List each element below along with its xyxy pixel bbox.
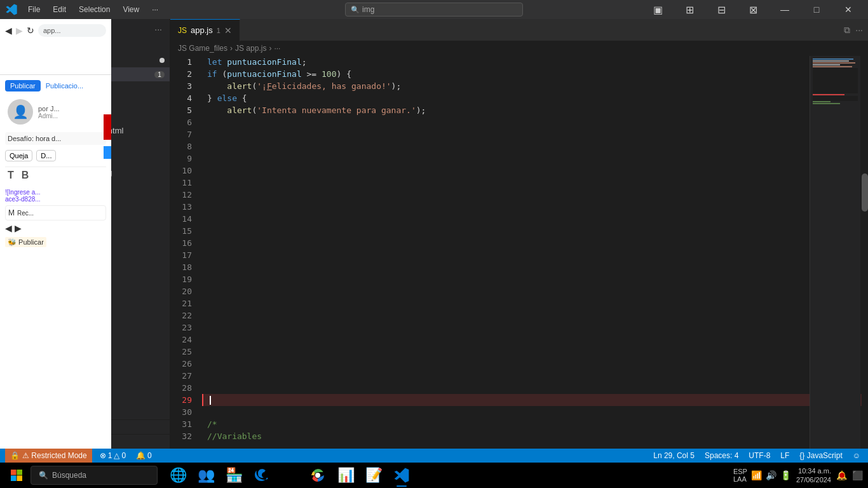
line-numbers: 1 2 3 4 5 6 7 8 9 10 11 12 13 14 <box>170 56 202 449</box>
menu-file[interactable]: File <box>23 4 45 15</box>
customize-layout-button[interactable]: ⊠ <box>738 0 768 19</box>
line-num-14: 14 <box>170 213 202 225</box>
ingrese-link[interactable]: ![Ingrese a...ace3-d828... <box>5 189 106 203</box>
recibidos-text: Rec... <box>17 210 34 217</box>
vertical-scrollbar[interactable] <box>862 56 868 449</box>
taskbar-app-mail[interactable]: ✉ <box>277 463 302 488</box>
position-status[interactable]: Ln 29, Col 5 <box>651 451 697 460</box>
language-label: {} JavaScript <box>799 451 842 460</box>
pub-badge: 🐝 Publicar <box>5 237 46 247</box>
spaces-label: Spaces: 4 <box>705 451 738 460</box>
menu-selection[interactable]: Selection <box>74 4 115 15</box>
encoding-status[interactable]: UTF-8 <box>746 451 773 460</box>
menu-view[interactable]: View <box>118 4 144 15</box>
line-num-28: 28 <box>170 382 202 394</box>
user-role: Admi... <box>38 112 60 119</box>
chrome-forward-button[interactable]: ▶ <box>16 25 23 36</box>
split-editor-button[interactable]: ⧉ <box>844 25 850 36</box>
close-button[interactable]: ✕ <box>834 0 863 19</box>
publicaciones-link[interactable]: Publicacio... <box>43 80 86 92</box>
notifications-status[interactable]: 🔔 0 <box>133 451 154 460</box>
queja-button[interactable]: Queja <box>5 150 32 161</box>
chrome-back-button[interactable]: ◀ <box>5 25 12 36</box>
tab-close-button[interactable]: ✕ <box>224 25 232 36</box>
spaces-status[interactable]: Spaces: 4 <box>702 451 741 460</box>
breadcrumb-more[interactable]: ··· <box>274 44 280 53</box>
line-ending-status[interactable]: LF <box>778 451 792 460</box>
wifi-icon[interactable]: 📶 <box>751 470 762 480</box>
breadcrumb-sep2: › <box>269 44 271 53</box>
user-profile: 👤 por J... Admi... <box>5 97 106 127</box>
taskbar-app-vscode[interactable] <box>389 463 414 488</box>
menu-more[interactable]: ··· <box>147 4 163 15</box>
code-line-11 <box>202 177 868 189</box>
error-icon: ⊗ <box>100 451 106 460</box>
code-line-12 <box>202 189 868 201</box>
code-line-15 <box>202 225 868 237</box>
toggle-panel-button[interactable]: ⊟ <box>707 0 736 19</box>
code-line-13 <box>202 201 868 213</box>
breadcrumb-folder[interactable]: JS Game_files <box>178 44 227 53</box>
code-line-21 <box>202 297 868 309</box>
minimap-line <box>813 64 840 65</box>
volume-icon[interactable]: 🔊 <box>766 470 776 480</box>
code-line-26 <box>202 358 868 370</box>
notifications-icon[interactable]: 🔔 <box>836 470 847 480</box>
chrome-refresh-button[interactable]: ↻ <box>27 25 34 36</box>
tab-app-js[interactable]: JS app.js 1 ✕ <box>170 19 240 41</box>
taskbar-app-store[interactable]: 🏪 <box>221 463 247 488</box>
battery-icon[interactable]: 🔋 <box>780 470 791 480</box>
file-badge: 1 <box>154 71 165 78</box>
taskbar-app-browser1[interactable]: 🌐 <box>165 463 191 488</box>
windows-start-button[interactable] <box>5 464 28 487</box>
modified-dot <box>159 58 165 63</box>
breadcrumb-file[interactable]: JS app.js <box>235 44 266 53</box>
taskbar-search[interactable]: 🔍 Búsqueda <box>31 466 158 485</box>
text-format-t[interactable]: T <box>8 170 14 181</box>
taskbar-app-excel[interactable]: 📊 <box>333 463 358 488</box>
editor-scroll-container: 1 2 3 4 5 6 7 8 9 10 11 12 13 14 <box>170 56 868 449</box>
taskbar-clock[interactable]: 10:34 a.m. 27/06/2024 <box>796 466 831 485</box>
d-button[interactable]: D... <box>36 150 56 161</box>
publicar-button[interactable]: Publicar <box>5 80 41 92</box>
title-bar-menu: File Edit Selection View ··· <box>23 4 163 15</box>
language-status[interactable]: {} JavaScript <box>797 451 844 460</box>
chrome-address-bar[interactable]: app... <box>38 24 106 37</box>
widgets-button[interactable]: ⬛ <box>852 470 863 480</box>
feedback-status[interactable]: ☺ <box>850 451 863 460</box>
taskbar-app-chrome[interactable] <box>305 463 330 488</box>
scrollbar-thumb[interactable] <box>862 173 868 212</box>
minimize-button[interactable]: — <box>770 0 799 19</box>
forward-arrow[interactable]: ▶ <box>15 223 22 233</box>
code-content[interactable]: let puntuacionFinal; if (puntuacionFinal… <box>202 56 868 449</box>
toggle-sidebar-button[interactable]: ▣ <box>643 0 672 19</box>
line-num-27: 27 <box>170 370 202 382</box>
taskbar-app-teams[interactable]: 👥 <box>193 463 219 488</box>
menu-edit[interactable]: Edit <box>48 4 71 15</box>
title-bar-search[interactable]: 🔍 img <box>345 3 523 17</box>
more-actions-button[interactable]: ··· <box>855 25 863 36</box>
keyboard-lang[interactable]: ESPLAA <box>733 468 747 483</box>
text-format-b[interactable]: B <box>22 170 29 181</box>
code-line-3: alert('¡Felicidades, has ganado!'); <box>202 80 868 92</box>
taskbar-app-notepad[interactable]: 📝 <box>361 463 386 488</box>
maximize-button[interactable]: □ <box>802 0 831 19</box>
code-line-7 <box>202 128 868 140</box>
code-line-18 <box>202 261 868 273</box>
line-num-1: 1 <box>170 56 202 68</box>
action-buttons: Queja D... <box>5 150 106 161</box>
minimap-content <box>810 56 860 449</box>
back-arrow[interactable]: ◀ <box>5 223 12 233</box>
taskbar-app-edge[interactable] <box>249 463 275 488</box>
errors-status[interactable]: ⊗ 1 △ 0 <box>97 451 128 460</box>
toggle-editor-button[interactable]: ⊞ <box>675 0 704 19</box>
user-info: por J... Admi... <box>38 105 60 119</box>
error-count: 1 <box>108 451 112 460</box>
tab-bar: JS app.js 1 ✕ ⧉ ··· <box>170 19 868 41</box>
sidebar-more-actions[interactable]: ··· <box>154 24 162 34</box>
restricted-mode[interactable]: 🔒 ⚠ Restricted Mode <box>5 449 92 463</box>
chrome-content: Publicar Publicacio... 👤 por J... Admi..… <box>0 75 111 449</box>
line-num-9: 9 <box>170 152 202 165</box>
line-num-8: 8 <box>170 140 202 152</box>
line-num-11: 11 <box>170 177 202 189</box>
